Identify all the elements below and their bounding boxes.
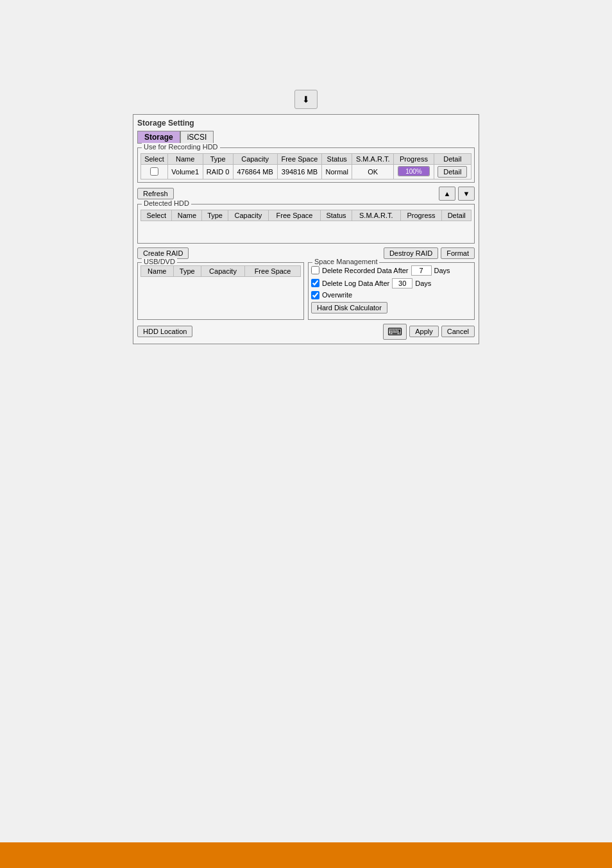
overwrite-checkbox[interactable] — [311, 291, 319, 299]
detected-hdd-content: Select Name Type Capacity Free Space Sta… — [140, 210, 472, 240]
space-management-section: Space Management Delete Recorded Data Af… — [308, 262, 475, 320]
tab-bar: Storage iSCSI — [137, 131, 475, 144]
panel-title: Storage Setting — [137, 119, 475, 128]
col-name: Name — [167, 154, 203, 165]
download-button[interactable]: ⬇ — [294, 90, 318, 109]
delete-recorded-row: Delete Recorded Data After Days — [311, 265, 472, 276]
usb-table-wrapper: Name Type Capacity Free Space — [140, 265, 301, 303]
space-management-label: Space Management — [312, 258, 379, 265]
row-select[interactable] — [141, 165, 168, 179]
overwrite-row: Overwrite — [311, 291, 472, 299]
dcol-type: Type — [202, 210, 228, 221]
apply-button[interactable]: Apply — [409, 326, 439, 337]
row-freespace: 394816 MB — [277, 165, 322, 179]
dcol-detail: Detail — [442, 210, 472, 221]
delete-log-row: Delete Log Data After Days — [311, 278, 472, 288]
ucol-capacity: Capacity — [201, 265, 244, 276]
col-progress: Progress — [394, 154, 434, 165]
dcol-name: Name — [172, 210, 202, 221]
dcol-status: Status — [320, 210, 352, 221]
usb-dvd-label: USB/DVD — [142, 258, 177, 265]
detected-hdd-label: Detected HDD — [142, 199, 191, 207]
keyboard-icon-button[interactable]: ⌨ — [383, 324, 407, 340]
refresh-row: Refresh ▲ ▼ — [137, 187, 475, 201]
detail-button[interactable]: Detail — [438, 166, 467, 178]
main-panel: Storage Setting Storage iSCSI Use for Re… — [133, 114, 479, 344]
row-type: RAID 0 — [203, 165, 233, 179]
col-status: Status — [322, 154, 352, 165]
recording-hdd-header-row: Select Name Type Capacity Free Space Sta… — [141, 154, 472, 165]
delete-recorded-label: Delete Recorded Data After — [322, 267, 409, 274]
delete-log-checkbox[interactable] — [311, 279, 319, 287]
overwrite-label: Overwrite — [322, 291, 352, 299]
delete-log-label: Delete Log Data After — [322, 280, 389, 287]
col-type: Type — [203, 154, 233, 165]
progress-label: 100% — [398, 167, 429, 177]
row-status: Normal — [322, 165, 352, 179]
usb-dvd-section: USB/DVD Name Type Capacity Free Space — [137, 262, 304, 320]
usb-empty-row — [141, 276, 301, 302]
raid-btn-row: Create RAID Destroy RAID Format — [137, 247, 475, 259]
down-button[interactable]: ▼ — [458, 187, 475, 201]
col-freespace: Free Space — [277, 154, 322, 165]
hdd-location-button[interactable]: HDD Location — [137, 326, 192, 337]
up-button[interactable]: ▲ — [439, 187, 455, 201]
col-detail: Detail — [434, 154, 471, 165]
delete-recorded-days-input[interactable] — [411, 265, 432, 276]
format-button[interactable]: Format — [441, 247, 475, 259]
usb-dvd-table: Name Type Capacity Free Space — [140, 265, 301, 303]
detected-hdd-section: Detected HDD Select Name Type Capacity F… — [137, 204, 475, 244]
dcol-smart: S.M.A.R.T. — [352, 210, 400, 221]
ucol-freespace: Free Space — [245, 265, 301, 276]
hard-disk-calc-row: Hard Disk Calculator — [311, 302, 472, 313]
download-icon: ⬇ — [302, 94, 310, 104]
detected-hdd-header-row: Select Name Type Capacity Free Space Sta… — [141, 210, 472, 221]
tab-iscsi[interactable]: iSCSI — [180, 131, 214, 144]
ucol-name: Name — [141, 265, 174, 276]
detected-empty-row — [141, 221, 472, 240]
hard-disk-calc-button[interactable]: Hard Disk Calculator — [311, 302, 387, 313]
recording-hdd-table: Select Name Type Capacity Free Space Sta… — [140, 153, 472, 179]
col-smart: S.M.A.R.T. — [352, 154, 394, 165]
cancel-button[interactable]: Cancel — [441, 326, 475, 337]
recording-hdd-label: Use for Recording HDD — [142, 143, 220, 151]
ucol-type: Type — [173, 265, 201, 276]
delete-recorded-checkbox[interactable] — [311, 266, 319, 274]
progress-bar: 100% — [398, 166, 430, 176]
row-detail[interactable]: Detail — [434, 165, 471, 179]
download-btn-container: ⬇ — [294, 90, 318, 109]
dcol-select: Select — [141, 210, 172, 221]
recording-hdd-section: Use for Recording HDD Select Name Type C… — [137, 147, 475, 183]
col-select: Select — [141, 154, 168, 165]
usb-header-row: Name Type Capacity Free Space — [141, 265, 301, 276]
row-name: Volume1 — [167, 165, 203, 179]
detected-hdd-table: Select Name Type Capacity Free Space Sta… — [140, 210, 472, 240]
bottom-sections: USB/DVD Name Type Capacity Free Space — [137, 262, 475, 320]
row-capacity: 476864 MB — [233, 165, 277, 179]
days-label-1: Days — [434, 267, 450, 274]
row-checkbox[interactable] — [150, 167, 158, 176]
dcol-progress: Progress — [400, 210, 442, 221]
recording-hdd-content: Select Name Type Capacity Free Space Sta… — [140, 153, 472, 179]
dcol-capacity: Capacity — [228, 210, 268, 221]
row-progress: 100% — [394, 165, 434, 179]
refresh-button[interactable]: Refresh — [137, 188, 174, 199]
dcol-freespace: Free Space — [269, 210, 321, 221]
footer-row: HDD Location ⌨ Apply Cancel — [137, 324, 475, 340]
col-capacity: Capacity — [233, 154, 277, 165]
table-row: Volume1 RAID 0 476864 MB 394816 MB Norma… — [141, 165, 472, 179]
delete-log-days-input[interactable] — [392, 278, 412, 288]
destroy-raid-button[interactable]: Destroy RAID — [384, 247, 438, 259]
tab-storage[interactable]: Storage — [137, 131, 180, 144]
days-label-2: Days — [415, 280, 431, 287]
row-smart: OK — [352, 165, 394, 179]
